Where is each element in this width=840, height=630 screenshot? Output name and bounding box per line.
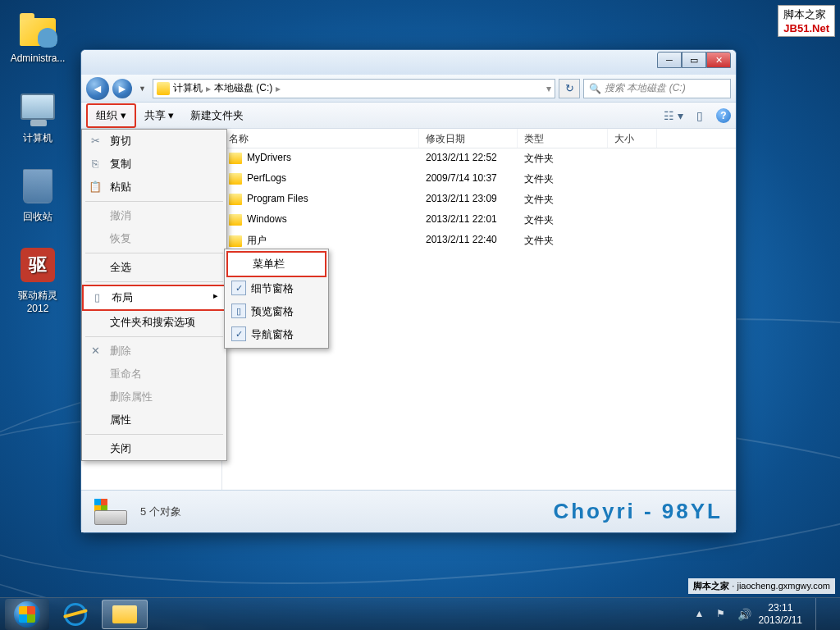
- window-titlebar[interactable]: ─ ▭ ✕: [81, 50, 736, 75]
- show-desktop-button[interactable]: [815, 598, 825, 631]
- organize-menu: ✂剪切 ⎘复制 📋粘贴 撤消 恢复 全选 ▯布局 文件夹和搜索选项 ✕删除 重命…: [81, 129, 227, 461]
- column-date[interactable]: 修改日期: [419, 129, 518, 148]
- desktop-icon-administrator[interactable]: Administra...: [7, 10, 69, 64]
- submenu-preview-pane[interactable]: ▯预览窗格: [226, 300, 326, 323]
- ie-icon: [64, 603, 87, 626]
- search-icon: 🔍: [589, 83, 601, 94]
- close-button[interactable]: ✕: [706, 52, 731, 68]
- system-tray: ▲ ⚑ 🔊 23:11 2013/2/11: [695, 598, 835, 631]
- folder-icon: [229, 235, 242, 247]
- desktop-icon-computer[interactable]: 计算机: [7, 89, 69, 145]
- tray-up-icon[interactable]: ▲: [695, 608, 708, 621]
- nav-bar: ◄ ► ▼ 计算机 ▸ 本地磁盘 (C:) ▸ ▾ ↻ 🔍 搜索 本地磁盘 (C…: [81, 75, 736, 103]
- table-row[interactable]: Windows2013/2/11 22:01文件夹: [222, 210, 736, 231]
- folder-icon: [229, 173, 242, 185]
- layout-submenu: 菜单栏 ✓细节窗格 ▯预览窗格 ✓导航窗格: [224, 249, 329, 349]
- folder-icon: [229, 153, 242, 164]
- column-size[interactable]: 大小: [608, 129, 657, 148]
- nav-forward-button[interactable]: ►: [112, 79, 132, 98]
- scissors-icon: ✂: [89, 134, 102, 147]
- maximize-button[interactable]: ▭: [682, 52, 706, 68]
- drive-icon: [94, 499, 129, 525]
- submenu-nav-pane[interactable]: ✓导航窗格: [226, 323, 326, 346]
- tray-volume-icon[interactable]: 🔊: [737, 608, 751, 621]
- menu-close[interactable]: 关闭: [82, 437, 226, 460]
- menu-paste[interactable]: 📋粘贴: [82, 176, 226, 199]
- folder-icon: [229, 214, 242, 226]
- column-name[interactable]: 名称: [222, 129, 419, 148]
- desktop-icon-label: 计算机: [7, 131, 69, 145]
- menu-folder-options[interactable]: 文件夹和搜索选项: [82, 311, 226, 334]
- layout-icon: ▯: [90, 290, 103, 304]
- menu-select-all[interactable]: 全选: [82, 256, 226, 279]
- new-folder-button[interactable]: 新建文件夹: [182, 105, 252, 126]
- taskbar-ie[interactable]: [52, 600, 98, 629]
- column-headers: 名称 修改日期 类型 大小: [222, 129, 736, 148]
- submenu-details-pane[interactable]: ✓细节窗格: [226, 277, 326, 300]
- table-row[interactable]: Program Files2013/2/11 23:09文件夹: [222, 189, 736, 210]
- menu-delete: ✕删除: [82, 340, 226, 363]
- menu-remove-properties: 删除属性: [82, 386, 226, 409]
- desktop-icon-label: 回收站: [7, 210, 69, 224]
- table-row[interactable]: PerfLogs2009/7/14 10:37文件夹: [222, 169, 736, 189]
- folder-icon: [112, 605, 137, 623]
- menu-properties[interactable]: 属性: [82, 409, 226, 431]
- nav-history-dropdown[interactable]: ▼: [135, 84, 149, 93]
- menu-layout[interactable]: ▯布局: [82, 285, 226, 311]
- submenu-menubar[interactable]: 菜单栏: [226, 251, 326, 277]
- copy-icon: ⎘: [89, 157, 102, 170]
- watermark-bottom-right: 脚本之家 · jiaocheng.gxmgwy.com: [688, 578, 835, 594]
- status-count: 5 个对象: [140, 504, 181, 519]
- check-icon: ✓: [231, 326, 246, 341]
- help-button[interactable]: ?: [716, 108, 731, 123]
- status-bar: 5 个对象 Choyri - 98YL: [81, 490, 736, 532]
- desktop-icon-recycle[interactable]: 回收站: [7, 167, 69, 224]
- desktop-icon-label: 驱动精灵 2012: [7, 289, 69, 314]
- check-icon: ✓: [231, 281, 246, 295]
- folder-icon: [229, 194, 242, 205]
- search-input[interactable]: 🔍 搜索 本地磁盘 (C:): [583, 79, 731, 98]
- status-brand: Choyri - 98YL: [553, 499, 723, 524]
- address-bar[interactable]: 计算机 ▸ 本地磁盘 (C:) ▸ ▾: [153, 79, 555, 98]
- breadcrumb-computer[interactable]: 计算机 ▸: [173, 81, 211, 95]
- view-options-button[interactable]: ☷ ▾: [664, 107, 683, 124]
- minimize-button[interactable]: ─: [657, 52, 682, 68]
- desktop-icon-driver[interactable]: 驱 驱动精灵 2012: [7, 246, 69, 314]
- menu-redo: 恢复: [82, 227, 226, 250]
- toolbar: 组织 ▾ 共享 ▾ 新建文件夹 ☷ ▾ ▯ ?: [81, 103, 736, 129]
- menu-cut[interactable]: ✂剪切: [82, 130, 226, 153]
- menu-rename: 重命名: [82, 363, 226, 386]
- taskbar: ▲ ⚑ 🔊 23:11 2013/2/11: [0, 597, 840, 630]
- organize-button[interactable]: 组织 ▾: [86, 103, 136, 128]
- start-button[interactable]: [5, 599, 49, 630]
- column-type[interactable]: 类型: [518, 129, 608, 148]
- tray-clock[interactable]: 23:11 2013/2/11: [759, 602, 802, 626]
- paste-icon: 📋: [89, 180, 102, 193]
- preview-pane-button[interactable]: ▯: [690, 107, 710, 124]
- explorer-window: ─ ▭ ✕ ◄ ► ▼ 计算机 ▸ 本地磁盘 (C:) ▸ ▾ ↻ 🔍: [80, 49, 737, 533]
- nav-back-button[interactable]: ◄: [86, 77, 109, 100]
- taskbar-explorer[interactable]: [102, 600, 148, 629]
- desktop-icon-label: Administra...: [7, 52, 69, 64]
- table-row[interactable]: MyDrivers2013/2/11 22:52文件夹: [222, 148, 736, 169]
- refresh-button[interactable]: ↻: [559, 79, 580, 98]
- pane-icon: ▯: [231, 304, 246, 318]
- share-button[interactable]: 共享 ▾: [136, 105, 183, 126]
- menu-copy[interactable]: ⎘复制: [82, 153, 226, 176]
- watermark-top-right: 脚本之家 JB51.Net: [778, 5, 835, 37]
- tray-flag-icon[interactable]: ⚑: [716, 608, 729, 621]
- breadcrumb-drive[interactable]: 本地磁盘 (C:) ▸: [214, 81, 281, 95]
- drive-icon: [157, 82, 170, 95]
- menu-undo: 撤消: [82, 204, 226, 227]
- delete-icon: ✕: [89, 344, 102, 357]
